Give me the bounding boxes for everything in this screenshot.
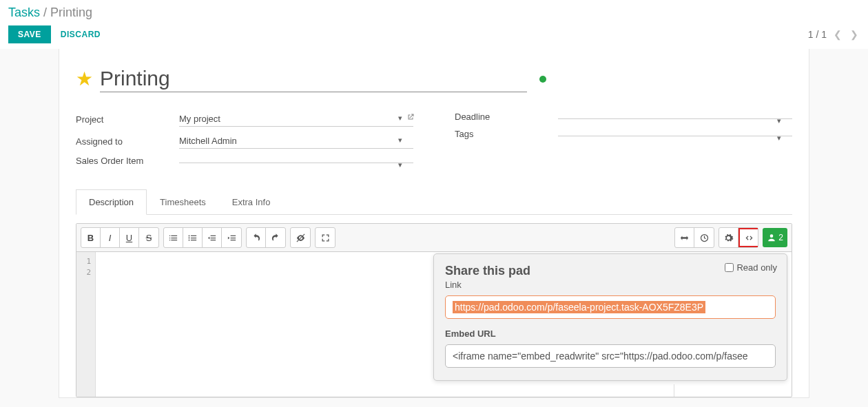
chevron-down-icon: ▾ <box>777 134 781 143</box>
tab-extra-info[interactable]: Extra Info <box>219 189 284 214</box>
share-popup: Share this pad Read only Link https://pa… <box>433 253 787 381</box>
embed-url-input[interactable]: <iframe name="embed_readwrite" src="http… <box>445 344 776 368</box>
tab-timesheets[interactable]: Timesheets <box>147 189 219 214</box>
ordered-list-icon[interactable] <box>164 228 183 247</box>
breadcrumb-current: Printing <box>50 6 92 19</box>
pager-text: 1 / 1 <box>808 29 827 40</box>
project-label: Project <box>76 114 179 125</box>
bold-button[interactable]: B <box>81 228 101 247</box>
tabs: Description Timesheets Extra Info <box>76 189 792 215</box>
chevron-down-icon: ▾ <box>398 160 402 169</box>
tags-field[interactable]: ▾ <box>558 132 792 136</box>
external-link-icon[interactable] <box>406 113 415 123</box>
editor: B I U S <box>76 223 792 397</box>
editor-toolbar: B I U S <box>76 224 792 252</box>
save-button[interactable]: SAVE <box>8 25 51 43</box>
chevron-down-icon: ▾ <box>398 114 402 123</box>
pager-prev-icon[interactable]: ❮ <box>832 29 843 40</box>
link-label: Link <box>445 280 776 290</box>
editor-textarea[interactable]: Share this pad Read only Link https://pa… <box>96 252 792 397</box>
svg-point-1 <box>189 237 190 238</box>
svg-point-0 <box>189 235 190 236</box>
soi-label: Sales Order Item <box>76 156 179 166</box>
deadline-field[interactable]: ▾ <box>558 114 792 119</box>
project-field[interactable]: My project ▾ <box>179 112 413 127</box>
indent-icon[interactable] <box>222 228 241 247</box>
assigned-field[interactable]: Mitchell Admin ▾ <box>179 134 413 149</box>
strike-button[interactable]: S <box>139 228 158 247</box>
deadline-label: Deadline <box>455 112 558 122</box>
outdent-icon[interactable] <box>203 228 222 247</box>
embed-share-icon[interactable] <box>738 228 758 247</box>
embed-label: Embed URL <box>445 328 776 339</box>
breadcrumb: Tasks / Printing <box>8 6 860 20</box>
form-sheet: ★ Project My project ▾ Assigned to Mitch… <box>59 49 809 398</box>
chevron-down-icon: ▾ <box>398 136 402 145</box>
italic-button[interactable]: I <box>101 228 120 247</box>
timeslider-icon[interactable] <box>694 228 714 247</box>
underline-button[interactable]: U <box>120 228 139 247</box>
breadcrumb-root[interactable]: Tasks <box>8 6 40 19</box>
tags-label: Tags <box>455 129 558 139</box>
task-title-input[interactable] <box>100 65 527 92</box>
fullscreen-icon[interactable] <box>316 228 335 247</box>
tab-description[interactable]: Description <box>76 189 147 215</box>
undo-icon[interactable] <box>247 228 266 247</box>
users-button[interactable]: 2 <box>763 228 787 247</box>
pane-divider <box>674 384 674 397</box>
unordered-list-icon[interactable] <box>183 228 203 247</box>
svg-point-2 <box>189 239 190 240</box>
clear-auth-icon[interactable] <box>291 228 310 247</box>
assigned-label: Assigned to <box>76 136 179 147</box>
stage-indicator-icon[interactable] <box>539 76 546 83</box>
star-icon[interactable]: ★ <box>76 67 93 90</box>
readonly-toggle[interactable]: Read only <box>725 262 777 273</box>
readonly-checkbox[interactable] <box>725 263 734 272</box>
discard-button[interactable]: DISCARD <box>61 30 101 39</box>
soi-field[interactable]: ▾ <box>179 158 413 163</box>
chevron-down-icon: ▾ <box>777 116 781 125</box>
share-link-input[interactable]: https://pad.odoo.com/p/faseela-project.t… <box>445 295 776 319</box>
settings-icon[interactable] <box>719 228 738 247</box>
pager-next-icon[interactable]: ❯ <box>849 29 860 40</box>
line-gutter: 1 2 <box>76 252 96 397</box>
redo-icon[interactable] <box>266 228 285 247</box>
import-export-icon[interactable] <box>675 228 694 247</box>
